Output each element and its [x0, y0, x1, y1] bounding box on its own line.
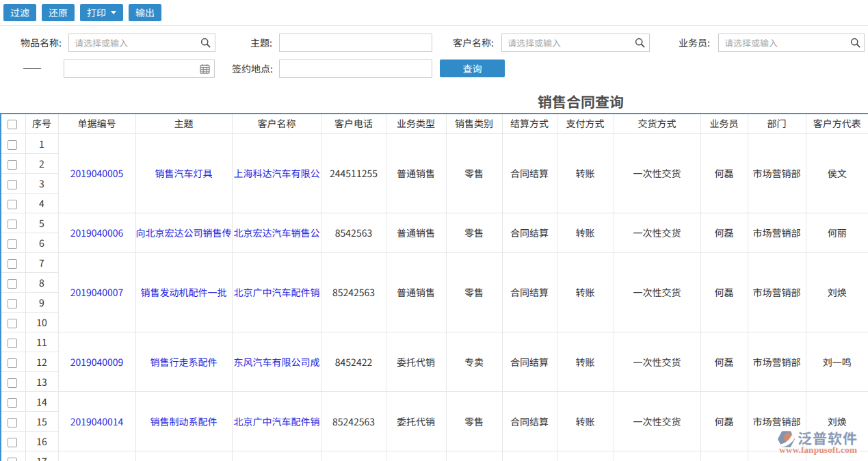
row-checkbox[interactable] — [8, 200, 17, 209]
phone-cell: 8542563 — [321, 213, 386, 252]
row-checkbox[interactable] — [8, 140, 17, 150]
subject-input[interactable] — [279, 34, 432, 52]
table-row: 112019040009销售行走系配件东风汽车有限公司成8452422委托代销专… — [0, 332, 868, 352]
serial-number-cell: 2 — [25, 153, 58, 173]
row-checkbox[interactable] — [8, 220, 17, 229]
doc-no-cell[interactable]: 2019040005 — [58, 133, 135, 213]
search-icon[interactable] — [850, 38, 860, 48]
table-row: 52019040006向北京宏达公司销售传北京宏达汽车销售公8542563普通销… — [0, 213, 868, 233]
column-header: 客户方代表 — [806, 114, 868, 133]
delivery-cell — [614, 451, 700, 461]
customer-cell[interactable]: 北京广中汽车配件销 — [232, 391, 321, 451]
doc-no-cell[interactable]: 2019040006 — [58, 213, 135, 252]
serial-number-cell: 16 — [25, 431, 58, 451]
column-header: 单据编号 — [58, 114, 135, 133]
pay-cell: 转账 — [557, 391, 614, 451]
checkbox-cell — [0, 312, 25, 332]
serial-number-cell: 7 — [25, 252, 58, 272]
row-checkbox[interactable] — [8, 319, 17, 328]
checkbox-cell — [0, 213, 25, 233]
select-all-checkbox[interactable] — [8, 120, 17, 129]
search-button[interactable]: 查询 — [440, 60, 505, 77]
sale-type-cell: 零售 — [446, 133, 502, 213]
filter-button[interactable]: 过滤 — [3, 4, 36, 21]
subject-cell[interactable]: 销售行走系配件 — [135, 332, 232, 391]
row-checkbox[interactable] — [8, 279, 17, 289]
select-all-cell — [0, 114, 25, 133]
sign-place-input[interactable] — [279, 60, 432, 78]
phone-cell: 244511255 — [321, 133, 386, 213]
search-icon[interactable] — [200, 38, 211, 48]
table-row: 17 — [0, 451, 868, 461]
row-checkbox[interactable] — [8, 299, 17, 308]
subject-cell[interactable]: 销售汽车灯具 — [135, 133, 232, 213]
salesman-input[interactable] — [718, 34, 865, 52]
doc-no-cell[interactable]: 2019040014 — [58, 391, 135, 451]
search-icon[interactable] — [635, 38, 645, 48]
table-row: 12019040005销售汽车灯具上海科达汽车有限公244511255普通销售零… — [0, 133, 868, 153]
delivery-cell: 一次性交货 — [614, 332, 700, 391]
table-left-border — [0, 113, 1, 461]
row-checkbox[interactable] — [8, 438, 17, 447]
column-header: 交货方式 — [614, 114, 700, 133]
row-checkbox[interactable] — [8, 458, 17, 461]
subject-cell[interactable]: 销售制动系配件 — [135, 391, 232, 451]
salesman-cell: 何磊 — [700, 252, 748, 332]
sale-type-cell: 零售 — [446, 213, 502, 252]
salesman-cell: 何磊 — [700, 133, 748, 213]
customer-name-input[interactable] — [501, 34, 650, 52]
doc-no-cell[interactable]: 2019040007 — [58, 252, 135, 332]
sign-place-label: 签约地点: — [224, 60, 273, 78]
calendar-icon[interactable] — [200, 64, 210, 74]
row-checkbox[interactable] — [8, 239, 17, 249]
subject-cell[interactable]: 销售发动机配件一批 — [135, 252, 232, 332]
date-input[interactable] — [64, 60, 215, 78]
biz-type-cell: 委托代销 — [386, 391, 446, 451]
sale-type-cell: 零售 — [446, 391, 502, 451]
export-button[interactable]: 输出 — [129, 4, 161, 21]
print-button[interactable]: 打印 — [80, 4, 123, 21]
customer-cell[interactable]: 东风汽车有限公司成 — [232, 332, 321, 391]
restore-button[interactable]: 还原 — [42, 4, 75, 21]
serial-number-cell: 4 — [25, 193, 58, 213]
delivery-cell: 一次性交货 — [614, 252, 700, 332]
customer-cell — [232, 451, 321, 461]
row-checkbox[interactable] — [8, 259, 17, 269]
serial-number-cell: 9 — [25, 292, 58, 312]
settle-cell: 合同结算 — [502, 391, 557, 451]
row-checkbox[interactable] — [8, 180, 17, 189]
toolbar: 过滤 还原 打印 输出 — [0, 0, 868, 26]
checkbox-cell — [0, 411, 25, 431]
settle-cell: 合同结算 — [502, 252, 557, 332]
rep-cell: 刘一鸣 — [806, 332, 868, 391]
doc-no-cell[interactable]: 2019040009 — [58, 332, 135, 391]
table-header: 序号单据编号主题客户名称客户电话业务类型销售类别结算方式支付方式交货方式业务员部… — [0, 114, 868, 133]
row-checkbox[interactable] — [8, 339, 17, 348]
column-header: 客户电话 — [321, 114, 386, 133]
row-checkbox[interactable] — [8, 160, 17, 170]
print-button-label: 打印 — [87, 4, 106, 21]
delivery-cell: 一次性交货 — [614, 133, 700, 213]
sale-type-cell — [446, 451, 502, 461]
row-checkbox[interactable] — [8, 418, 17, 427]
serial-number-cell: 6 — [25, 233, 58, 252]
serial-number-cell: 12 — [25, 352, 58, 371]
column-header: 支付方式 — [557, 114, 614, 133]
column-header: 结算方式 — [502, 114, 557, 133]
checkbox-cell — [0, 352, 25, 371]
customer-cell[interactable]: 北京广中汽车配件销 — [232, 252, 321, 332]
customer-cell[interactable]: 上海科达汽车有限公 — [232, 133, 321, 213]
column-header: 业务员 — [700, 114, 748, 133]
date-range-dash: —— — [23, 60, 42, 78]
row-checkbox[interactable] — [8, 398, 17, 408]
item-name-input[interactable] — [68, 34, 215, 52]
row-checkbox[interactable] — [8, 378, 17, 388]
serial-number-cell: 15 — [25, 411, 58, 431]
subject-cell[interactable]: 向北京宏达公司销售传 — [135, 213, 232, 252]
column-header: 主题 — [135, 114, 232, 133]
row-checkbox[interactable] — [8, 358, 17, 368]
rep-cell: 刘焕 — [806, 252, 868, 332]
customer-cell[interactable]: 北京宏达汽车销售公 — [232, 213, 321, 252]
serial-number-cell: 8 — [25, 272, 58, 292]
column-header: 客户名称 — [232, 114, 321, 133]
